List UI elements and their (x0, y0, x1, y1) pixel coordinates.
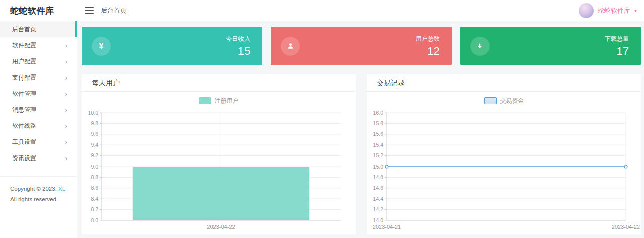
sidebar-item-news-settings[interactable]: 资讯设置 › (0, 150, 77, 166)
stat-label: 用户总数 (416, 35, 440, 43)
stat-value: 17 (605, 45, 629, 58)
panel-daily-users: 每天用户 注册用户 8.08.28.48.68.89.09.29.49.69.8… (82, 74, 356, 234)
legend-registered-users[interactable]: 注册用户 (82, 97, 356, 105)
copyright-text: Copyright © 2023. (10, 186, 57, 192)
sidebar-item-payment-config[interactable]: 支付配置 › (0, 69, 77, 86)
stat-label: 今日收入 (226, 35, 250, 43)
sidebar-item-label: 工具设置 (12, 138, 36, 146)
svg-text:16.0: 16.0 (373, 110, 384, 116)
caret-down-icon: ▾ (634, 8, 637, 13)
transactions-line-chart: 14.014.214.414.614.815.015.215.415.615.8… (372, 109, 644, 233)
daily-users-bar-chart: 8.08.28.48.68.89.09.29.49.69.810.02023-0… (87, 109, 361, 233)
sidebar-item-tool-settings[interactable]: 工具设置 › (0, 134, 77, 150)
yen-glyph: ¥ (99, 42, 104, 51)
sidebar-item-message-manage[interactable]: 消息管理 › (0, 102, 77, 118)
stat-label: 下载总量 (605, 35, 629, 43)
sidebar-item-label: 后台首页 (12, 25, 36, 34)
svg-text:2023-04-22: 2023-04-22 (612, 224, 640, 230)
menu-toggle-bar (85, 10, 94, 11)
sidebar-item-software-manage[interactable]: 软件管理 › (0, 86, 77, 102)
sidebar-item-label: 软件线路 (12, 122, 36, 130)
chevron-right-icon: › (65, 139, 67, 145)
menu-toggle-bar (85, 7, 94, 8)
sidebar-item-label: 软件管理 (12, 90, 36, 98)
sidebar-item-software-route[interactable]: 软件线路 › (0, 118, 77, 134)
chevron-right-icon: › (65, 42, 67, 49)
download-icon (470, 37, 490, 56)
avatar[interactable] (579, 3, 594, 18)
svg-text:15.0: 15.0 (373, 164, 384, 170)
chevron-right-icon: › (65, 58, 67, 65)
svg-text:8.0: 8.0 (91, 217, 98, 223)
chevron-right-icon: › (65, 155, 67, 162)
svg-text:9.2: 9.2 (91, 152, 98, 158)
daily-users-chart-area: 8.08.28.48.68.89.09.29.49.69.810.02023-0… (82, 109, 356, 233)
transactions-chart-area: 14.014.214.414.614.815.015.215.415.615.8… (367, 109, 641, 233)
user-menu[interactable]: 蛇蛇软件库 ▾ (579, 3, 637, 18)
sidebar-item-software-config[interactable]: 软件配置 › (0, 37, 77, 53)
stat-cards-row: ¥ 今日收入 15 用户总数 (82, 27, 641, 65)
svg-text:9.0: 9.0 (91, 164, 98, 170)
stat-card-downloads: 下载总量 17 (460, 27, 641, 65)
username: 蛇蛇软件库 (598, 6, 630, 15)
svg-text:8.6: 8.6 (91, 185, 98, 191)
sidebar-item-user-config[interactable]: 用户配置 › (0, 53, 77, 69)
svg-text:9.6: 9.6 (91, 131, 98, 137)
top-header: 后台首页 蛇蛇软件库 ▾ (77, 0, 644, 21)
legend-swatch (484, 97, 497, 104)
app-root: 蛇蛇软件库 后台首页 软件配置 › 用户配置 › 支付配置 › 软件管理 › (0, 0, 644, 238)
breadcrumb: 后台首页 (101, 6, 127, 15)
svg-text:8.4: 8.4 (91, 196, 98, 202)
stat-value: 12 (416, 45, 440, 58)
sidebar-item-label: 用户配置 (12, 57, 36, 66)
svg-text:14.4: 14.4 (373, 196, 384, 202)
copyright: Copyright © 2023. XL All rights reserved… (0, 176, 77, 205)
svg-text:15.6: 15.6 (373, 131, 384, 137)
svg-text:9.8: 9.8 (91, 120, 98, 126)
chevron-right-icon: › (65, 91, 67, 97)
content: ¥ 今日收入 15 用户总数 (77, 21, 644, 234)
sidebar-nav: 后台首页 软件配置 › 用户配置 › 支付配置 › 软件管理 › 消息管理 › (0, 21, 77, 166)
svg-text:2023-04-22: 2023-04-22 (207, 224, 235, 230)
download-icon-glyph (476, 42, 484, 50)
chevron-right-icon: › (65, 107, 67, 113)
menu-toggle-icon[interactable] (85, 7, 94, 14)
svg-text:15.8: 15.8 (373, 120, 384, 126)
user-icon (281, 37, 300, 56)
legend-label: 注册用户 (215, 97, 239, 105)
panel-title: 交易记录 (367, 74, 641, 92)
svg-text:14.2: 14.2 (373, 206, 384, 212)
svg-text:2023-04-21: 2023-04-21 (373, 224, 401, 230)
panel-transactions: 交易记录 交易资金 14.014.214.414.614.815.015.215… (367, 74, 641, 234)
stat-card-users: 用户总数 12 (271, 27, 451, 65)
svg-text:14.8: 14.8 (373, 174, 384, 180)
legend-transaction-funds[interactable]: 交易资金 (367, 97, 641, 105)
svg-text:15.4: 15.4 (373, 142, 384, 148)
svg-text:14.0: 14.0 (373, 217, 384, 223)
sidebar-item-home[interactable]: 后台首页 (0, 21, 77, 37)
legend-label: 交易资金 (500, 97, 524, 105)
sidebar: 蛇蛇软件库 后台首页 软件配置 › 用户配置 › 支付配置 › 软件管理 › (0, 0, 77, 238)
chevron-right-icon: › (65, 74, 67, 81)
chart-panels-row: 每天用户 注册用户 8.08.28.48.68.89.09.29.49.69.8… (82, 74, 641, 234)
sidebar-item-label: 支付配置 (12, 73, 36, 82)
user-icon-glyph (286, 42, 295, 50)
panel-title: 每天用户 (82, 74, 356, 92)
stat-card-income: ¥ 今日收入 15 (82, 27, 262, 65)
chevron-right-icon: › (65, 123, 67, 129)
svg-text:10.0: 10.0 (88, 110, 99, 116)
sidebar-item-label: 软件配置 (12, 41, 36, 50)
sidebar-item-label: 资讯设置 (12, 154, 36, 163)
svg-text:14.6: 14.6 (373, 185, 384, 191)
svg-text:9.4: 9.4 (91, 142, 98, 148)
stat-value: 15 (226, 45, 250, 58)
menu-toggle-bar (85, 13, 94, 14)
svg-text:8.2: 8.2 (91, 206, 98, 212)
yen-icon: ¥ (92, 37, 111, 56)
main-area: 后台首页 蛇蛇软件库 ▾ ¥ 今日收入 15 (77, 0, 644, 238)
legend-swatch (199, 97, 211, 104)
copyright-link[interactable]: XL (58, 186, 65, 192)
app-logo: 蛇蛇软件库 (0, 0, 77, 21)
sidebar-item-label: 消息管理 (12, 106, 36, 114)
copyright-text: All rights reserved. (10, 196, 58, 202)
